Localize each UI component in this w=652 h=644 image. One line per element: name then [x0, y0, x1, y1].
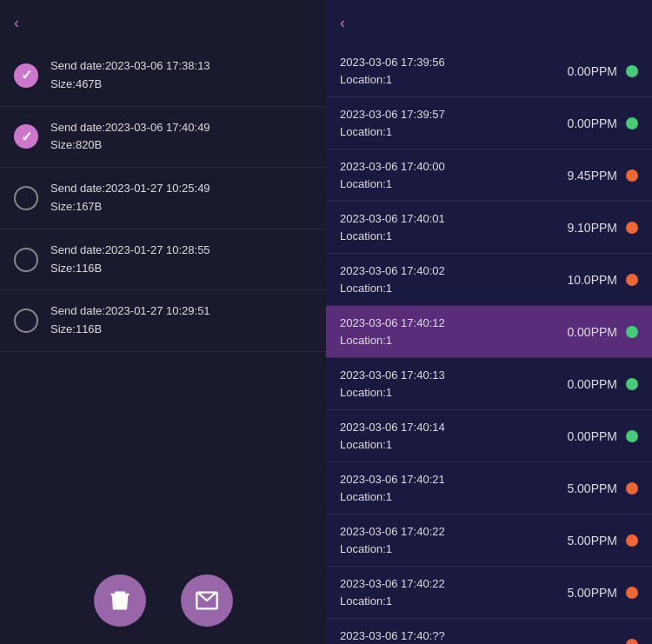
list-item[interactable]: Send date:2023-01-27 10:29:51Size:116B [0, 290, 326, 352]
data-item[interactable]: 2023-03-06 17:40:??Location:1... [326, 619, 652, 644]
status-dot-green [626, 65, 638, 77]
status-dot-orange [626, 587, 638, 599]
list-item[interactable]: Send date:2023-01-27 10:28:55Size:116B [0, 229, 326, 291]
email-icon [195, 588, 219, 613]
data-info: 2023-03-06 17:40:??Location:1 [340, 627, 445, 644]
data-value: 0.00PPM [567, 377, 617, 391]
data-value: 0.00PPM [567, 429, 617, 443]
item-text: Send date:2023-03-06 17:38:13Size:467B [50, 57, 210, 94]
data-value: 5.00PPM [567, 534, 617, 548]
data-item[interactable]: 2023-03-06 17:40:22Location:15.00PPM [326, 567, 652, 619]
data-item[interactable]: 2023-03-06 17:40:01Location:19.10PPM [326, 202, 652, 254]
data-value: 5.00PPM [567, 586, 617, 600]
data-item[interactable]: 2023-03-06 17:40:14Location:10.00PPM [326, 410, 652, 462]
data-info: 2023-03-06 17:39:56Location:1 [340, 54, 445, 88]
list-item[interactable]: Send date:2023-01-27 10:25:49Size:167B [0, 168, 326, 229]
data-item[interactable]: 2023-03-06 17:39:56Location:10.00PPM [326, 45, 652, 97]
checkbox[interactable] [14, 124, 38, 149]
right-back-chevron-icon: ‹ [340, 14, 345, 32]
data-value: 5.00PPM [567, 481, 617, 495]
data-info: 2023-03-06 17:40:12Location:1 [340, 315, 445, 349]
data-value: 0.00PPM [567, 116, 617, 130]
status-dot-green [626, 326, 638, 338]
data-item[interactable]: 2023-03-06 17:40:02Location:110.0PPM [326, 254, 652, 306]
list-item[interactable]: Send date:2023-03-06 17:38:13Size:467B [0, 45, 326, 107]
data-info: 2023-03-06 17:40:13Location:1 [340, 367, 445, 401]
data-value: 9.45PPM [567, 169, 617, 183]
status-dot-green [626, 117, 638, 129]
data-item[interactable]: 2023-03-06 17:40:13Location:10.00PPM [326, 358, 652, 410]
data-item[interactable]: 2023-03-06 17:40:00Location:19.45PPM [326, 149, 652, 202]
checkbox[interactable] [14, 248, 38, 272]
bottom-actions [0, 557, 326, 644]
data-value: 10.0PPM [567, 273, 617, 287]
right-back-button[interactable]: ‹ [340, 14, 349, 32]
data-info: 2023-03-06 17:40:01Location:1 [340, 210, 445, 244]
left-header: ‹ [0, 0, 326, 45]
data-info: 2023-03-06 17:40:14Location:1 [340, 419, 445, 453]
item-text: Send date:2023-01-27 10:28:55Size:116B [50, 242, 210, 278]
left-back-chevron-icon: ‹ [14, 14, 19, 32]
right-header: ‹ [326, 0, 652, 45]
data-item[interactable]: 2023-03-06 17:40:12Location:10.00PPM [326, 306, 652, 358]
status-dot-orange [626, 482, 638, 495]
status-dot-orange [626, 534, 638, 547]
data-value: 0.00PPM [567, 64, 617, 78]
checkbox[interactable] [14, 186, 38, 210]
checkbox[interactable] [14, 309, 38, 333]
right-panel: ‹ 2023-03-06 17:39:56Location:10.00PPM20… [326, 0, 652, 644]
data-info: 2023-03-06 17:40:21Location:1 [340, 471, 445, 505]
data-info: 2023-03-06 17:40:22Location:1 [340, 523, 445, 557]
status-dot-green [626, 378, 638, 390]
checkbox[interactable] [14, 63, 38, 88]
data-value: 0.00PPM [567, 325, 617, 339]
data-item[interactable]: 2023-03-06 17:40:22Location:15.00PPM [326, 515, 652, 567]
status-dot-green [626, 430, 638, 442]
status-dot-orange [626, 274, 638, 286]
item-text: Send date:2023-01-27 10:29:51Size:116B [50, 302, 210, 339]
file-list: Send date:2023-03-06 17:38:13Size:467BSe… [0, 45, 326, 557]
email-button[interactable] [181, 574, 233, 627]
data-info: 2023-03-06 17:40:22Location:1 [340, 575, 445, 609]
delete-button[interactable] [94, 574, 146, 627]
status-dot-orange [626, 639, 638, 645]
status-dot-orange [626, 222, 638, 234]
data-item[interactable]: 2023-03-06 17:39:57Location:10.00PPM [326, 97, 652, 149]
data-item[interactable]: 2023-03-06 17:40:21Location:15.00PPM [326, 462, 652, 515]
left-back-button[interactable]: ‹ [14, 14, 23, 32]
data-list: 2023-03-06 17:39:56Location:10.00PPM2023… [326, 45, 652, 644]
item-text: Send date:2023-01-27 10:25:49Size:167B [50, 180, 210, 216]
data-value: ... [607, 638, 617, 645]
item-text: Send date:2023-03-06 17:40:49Size:820B [50, 119, 210, 156]
data-info: 2023-03-06 17:39:57Location:1 [340, 106, 445, 140]
status-dot-orange [626, 169, 638, 182]
data-value: 9.10PPM [567, 221, 617, 235]
data-info: 2023-03-06 17:40:00Location:1 [340, 158, 445, 192]
data-info: 2023-03-06 17:40:02Location:1 [340, 262, 445, 296]
trash-icon [108, 588, 132, 613]
left-panel: ‹ Send date:2023-03-06 17:38:13Size:467B… [0, 0, 326, 644]
list-item[interactable]: Send date:2023-03-06 17:40:49Size:820B [0, 107, 326, 169]
